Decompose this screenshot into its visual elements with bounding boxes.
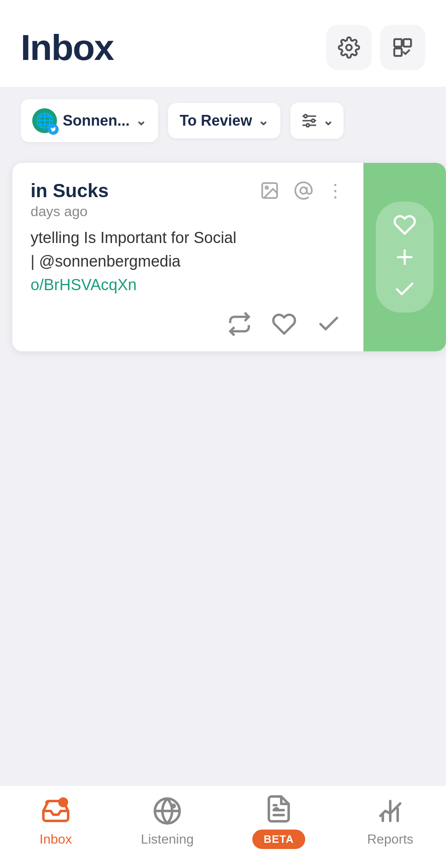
svg-point-11 bbox=[266, 186, 268, 189]
svg-rect-3 bbox=[394, 48, 402, 56]
swipe-action-pill[interactable] bbox=[376, 202, 434, 312]
done-button[interactable] bbox=[316, 312, 341, 336]
account-chevron-icon: ⌄ bbox=[135, 113, 147, 129]
inbox-card: in Sucks days ago bbox=[12, 163, 446, 351]
svg-rect-1 bbox=[394, 39, 402, 47]
status-filter-label: To Review bbox=[180, 112, 252, 129]
svg-point-8 bbox=[312, 119, 315, 122]
svg-point-12 bbox=[300, 187, 307, 194]
swipe-add-icon bbox=[393, 246, 416, 269]
image-icon[interactable] bbox=[259, 179, 281, 202]
status-chevron-icon: ⌄ bbox=[258, 113, 269, 129]
svg-point-0 bbox=[346, 45, 352, 50]
mention-icon[interactable] bbox=[292, 179, 315, 202]
twitter-icon bbox=[50, 126, 56, 132]
nav-item-reports[interactable]: Reports bbox=[334, 794, 446, 847]
review-icon bbox=[391, 36, 414, 59]
card-actions bbox=[31, 312, 345, 336]
card-time: days ago bbox=[31, 203, 109, 219]
bottom-navigation: Inbox Listening BETA bbox=[0, 785, 446, 868]
more-options-button[interactable]: ⋮ bbox=[326, 181, 345, 200]
beta-nav-label: BETA bbox=[252, 830, 306, 849]
svg-rect-2 bbox=[403, 39, 411, 47]
settings-button[interactable] bbox=[326, 25, 372, 70]
card-body-line2: | @sonnenbergmedia bbox=[31, 250, 345, 273]
swipe-check-icon bbox=[393, 278, 416, 301]
reports-nav-icon bbox=[374, 794, 407, 827]
card-body-line3: o/BrHSVAcqXn bbox=[31, 273, 345, 297]
sort-filter[interactable]: ⌄ bbox=[290, 103, 344, 139]
filter-bar: 🌐 Sonnen... ⌄ To Review ⌄ ⌄ bbox=[0, 87, 446, 155]
listening-nav-label: Listening bbox=[141, 832, 194, 847]
account-avatar: 🌐 bbox=[32, 108, 57, 133]
svg-point-18 bbox=[171, 804, 176, 808]
twitter-badge bbox=[48, 124, 59, 135]
svg-point-9 bbox=[306, 124, 309, 126]
svg-point-15 bbox=[59, 799, 67, 806]
card-title-area: in Sucks days ago bbox=[31, 179, 109, 219]
account-filter[interactable]: 🌐 Sonnen... ⌄ bbox=[21, 99, 158, 142]
card-body: ytelling Is Important for Social | @sonn… bbox=[31, 226, 345, 297]
nav-item-listening[interactable]: Listening bbox=[112, 794, 223, 847]
inbox-nav-icon bbox=[39, 794, 72, 827]
swipe-like-icon bbox=[393, 213, 416, 236]
card-area: in Sucks days ago bbox=[0, 155, 446, 360]
header-action-buttons bbox=[326, 25, 425, 70]
card-title: in Sucks bbox=[31, 179, 109, 202]
listening-nav-icon bbox=[151, 794, 184, 827]
card-content: in Sucks days ago bbox=[12, 163, 363, 351]
beta-nav-icon bbox=[262, 792, 295, 825]
status-filter[interactable]: To Review ⌄ bbox=[168, 103, 280, 138]
card-action-icons: ⋮ bbox=[259, 179, 345, 202]
header: Inbox bbox=[0, 0, 446, 87]
review-button[interactable] bbox=[380, 25, 425, 70]
nav-item-inbox[interactable]: Inbox bbox=[0, 794, 112, 847]
inbox-nav-label: Inbox bbox=[40, 832, 72, 847]
nav-item-beta[interactable]: BETA bbox=[223, 792, 334, 849]
svg-point-7 bbox=[304, 114, 307, 117]
reports-nav-label: Reports bbox=[367, 832, 413, 847]
swipe-action-panel bbox=[363, 163, 446, 351]
page-title: Inbox bbox=[21, 26, 114, 69]
retweet-button[interactable] bbox=[227, 312, 252, 336]
sort-chevron-icon: ⌄ bbox=[323, 113, 334, 129]
account-filter-label: Sonnen... bbox=[63, 112, 130, 129]
gear-icon bbox=[338, 36, 360, 59]
like-button[interactable] bbox=[272, 312, 297, 336]
filter-settings-icon bbox=[300, 112, 318, 130]
card-header: in Sucks days ago bbox=[31, 179, 345, 219]
card-body-line1: ytelling Is Important for Social bbox=[31, 226, 345, 250]
